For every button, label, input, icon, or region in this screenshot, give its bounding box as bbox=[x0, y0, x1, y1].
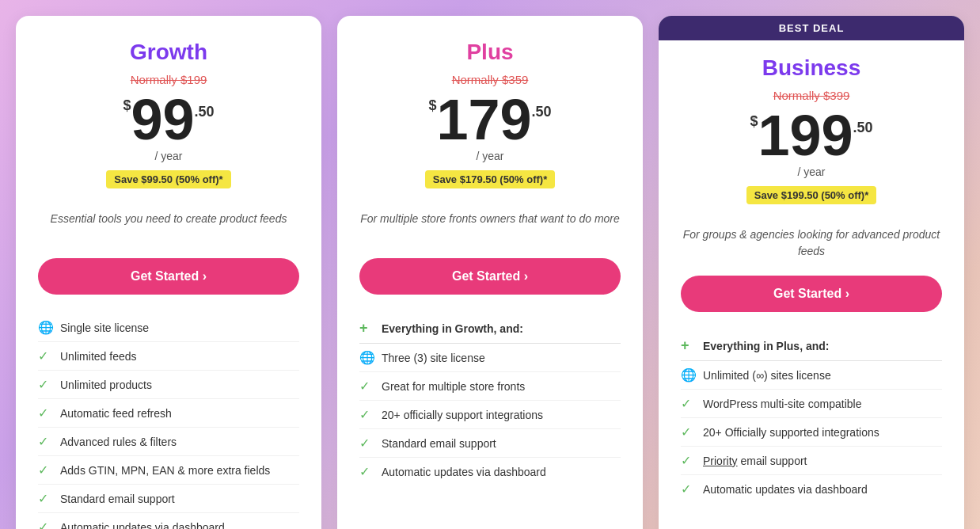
price-dollar-business: $ bbox=[750, 113, 758, 130]
globe-icon: 🌐 bbox=[681, 367, 695, 382]
feature-item: ✓ Automatic updates via dashboard bbox=[38, 513, 299, 529]
feature-text: WordPress multi-site compatible bbox=[703, 398, 861, 410]
feature-item: + Everything in Growth, and: bbox=[359, 314, 621, 344]
feature-text: Everything in Growth, and: bbox=[382, 322, 523, 335]
feature-item: ✓ Adds GTIN, MPN, EAN & more extra field… bbox=[38, 456, 299, 485]
feature-item: ✓ 20+ Officially supported integrations bbox=[681, 418, 942, 447]
get-started-button-growth[interactable]: Get Started › bbox=[38, 258, 299, 295]
save-badge-business: Save $199.50 (50% off)* bbox=[746, 186, 877, 204]
check-icon: ✓ bbox=[359, 407, 374, 422]
feature-list-growth: 🌐 Single site license ✓ Unlimited feeds … bbox=[38, 314, 299, 529]
price-main-plus: 179 bbox=[436, 91, 531, 148]
check-icon: ✓ bbox=[681, 481, 695, 497]
check-icon: ✓ bbox=[38, 462, 52, 478]
plan-name-plus: Plus bbox=[359, 40, 621, 65]
check-icon: ✓ bbox=[359, 464, 374, 479]
feature-item: ✓ Unlimited products bbox=[38, 371, 299, 399]
plan-name-growth: Growth bbox=[38, 40, 299, 65]
normally-price-growth: Normally $199 bbox=[38, 73, 299, 86]
feature-item: ✓ Great for multiple store fronts bbox=[359, 372, 621, 401]
save-badge-growth: Save $99.50 (50% off)* bbox=[106, 170, 230, 188]
feature-text: Everything in Plus, and: bbox=[703, 340, 829, 352]
feature-text: Standard email support bbox=[382, 437, 496, 450]
price-period-plus: / year bbox=[359, 150, 621, 162]
feature-item: + Everything in Plus, and: bbox=[681, 331, 942, 361]
price-main-growth: 99 bbox=[131, 91, 194, 148]
feature-item: ✓ Priority email support bbox=[681, 447, 942, 475]
best-deal-banner: BEST DEAL bbox=[659, 16, 964, 40]
feature-text: Single site license bbox=[60, 322, 149, 334]
feature-text: Unlimited (∞) sites license bbox=[703, 369, 831, 382]
feature-text: Unlimited feeds bbox=[60, 350, 137, 363]
feature-item: 🌐 Single site license bbox=[38, 314, 299, 342]
check-icon: ✓ bbox=[38, 491, 52, 506]
plus-icon: + bbox=[359, 320, 374, 337]
price-dollar-plus: $ bbox=[428, 97, 436, 114]
plan-card-plus: PlusNormally $359 $ 179 . 50 / yearSave … bbox=[337, 16, 643, 529]
feature-text: Three (3) site license bbox=[382, 352, 485, 364]
check-icon: ✓ bbox=[359, 379, 374, 394]
feature-item: ✓ WordPress multi-site compatible bbox=[681, 390, 942, 418]
feature-text: Unlimited products bbox=[60, 379, 152, 391]
feature-item: 🌐 Unlimited (∞) sites license bbox=[681, 361, 942, 390]
price-cents-plus: . 50 bbox=[532, 97, 552, 120]
feature-item: ✓ Advanced rules & filters bbox=[38, 428, 299, 456]
feature-text: Great for multiple store fronts bbox=[382, 380, 525, 393]
feature-text: 20+ officially support integrations bbox=[382, 409, 543, 421]
globe-icon: 🌐 bbox=[359, 350, 374, 365]
price-cents-business: . 50 bbox=[853, 113, 873, 136]
feature-item: ✓ 20+ officially support integrations bbox=[359, 401, 621, 429]
feature-item: ✓ Automatic feed refresh bbox=[38, 399, 299, 428]
plan-description-plus: For multiple store fronts owners that wa… bbox=[359, 211, 621, 242]
feature-text: Automatic feed refresh bbox=[60, 407, 172, 420]
check-icon: ✓ bbox=[681, 453, 695, 468]
feature-text: Standard email support bbox=[60, 493, 175, 505]
feature-list-business: + Everything in Plus, and: 🌐 Unlimited (… bbox=[681, 331, 942, 503]
normally-price-business: Normally $399 bbox=[681, 89, 942, 102]
price-row-growth: $ 99 . 50 bbox=[38, 91, 299, 148]
check-icon: ✓ bbox=[38, 405, 52, 421]
get-started-button-plus[interactable]: Get Started › bbox=[359, 258, 621, 295]
feature-text: Advanced rules & filters bbox=[60, 436, 177, 448]
plan-card-growth: GrowthNormally $199 $ 99 . 50 / yearSave… bbox=[16, 16, 321, 529]
feature-text: Priority email support bbox=[703, 455, 807, 467]
feature-item: ✓ Automatic updates via dashboard bbox=[681, 475, 942, 503]
globe-icon: 🌐 bbox=[38, 320, 52, 335]
feature-text: Adds GTIN, MPN, EAN & more extra fields bbox=[60, 464, 270, 477]
plan-name-business: Business bbox=[681, 55, 942, 81]
check-icon: ✓ bbox=[681, 424, 695, 440]
check-icon: ✓ bbox=[38, 519, 52, 529]
feature-list-plus: + Everything in Growth, and: 🌐 Three (3)… bbox=[359, 314, 621, 485]
feature-text: Automatic updates via dashboard bbox=[703, 483, 868, 496]
price-row-plus: $ 179 . 50 bbox=[359, 91, 621, 148]
feature-item: ✓ Standard email support bbox=[359, 429, 621, 458]
normally-price-plus: Normally $359 bbox=[359, 73, 621, 86]
feature-item: 🌐 Three (3) site license bbox=[359, 344, 621, 372]
check-icon: ✓ bbox=[38, 434, 52, 449]
price-row-business: $ 199 . 50 bbox=[681, 107, 942, 164]
plan-description-business: For groups & agencies looking for advanc… bbox=[681, 226, 942, 260]
feature-text: Automatic updates via dashboard bbox=[382, 466, 546, 478]
get-started-button-business[interactable]: Get Started › bbox=[681, 276, 942, 312]
check-icon: ✓ bbox=[681, 396, 695, 411]
price-period-growth: / year bbox=[38, 150, 299, 162]
price-period-business: / year bbox=[681, 166, 942, 178]
plus-icon: + bbox=[681, 337, 695, 354]
feature-text: Automatic updates via dashboard bbox=[60, 521, 225, 530]
check-icon: ✓ bbox=[38, 377, 52, 392]
save-badge-plus: Save $179.50 (50% off)* bbox=[425, 170, 556, 188]
plan-card-business: BEST DEALBusinessNormally $399 $ 199 . 5… bbox=[659, 16, 964, 529]
feature-text: 20+ Officially supported integrations bbox=[703, 426, 879, 439]
pricing-container: GrowthNormally $199 $ 99 . 50 / yearSave… bbox=[16, 16, 964, 529]
check-icon: ✓ bbox=[38, 348, 52, 363]
price-cents-growth: . 50 bbox=[195, 97, 215, 120]
plan-description-growth: Essential tools you need to create produ… bbox=[38, 211, 299, 242]
feature-item: ✓ Unlimited feeds bbox=[38, 342, 299, 371]
feature-item: ✓ Automatic updates via dashboard bbox=[359, 458, 621, 485]
feature-item: ✓ Standard email support bbox=[38, 485, 299, 513]
check-icon: ✓ bbox=[359, 436, 374, 451]
price-dollar-growth: $ bbox=[123, 97, 131, 114]
price-main-business: 199 bbox=[758, 107, 853, 164]
